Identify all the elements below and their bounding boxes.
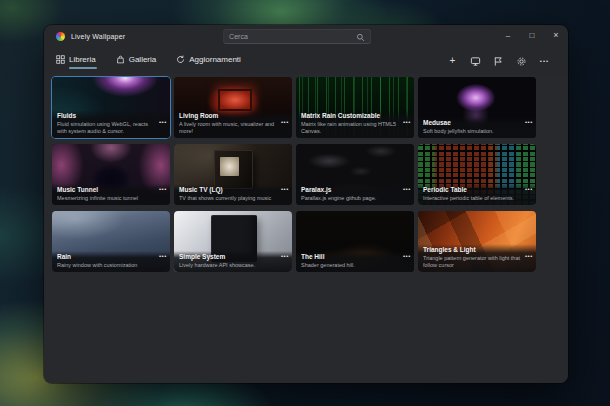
card-menu-button[interactable]: ••• [403, 253, 411, 259]
wallpaper-title: The Hill [301, 253, 399, 262]
more-options-button[interactable]: ••• [537, 54, 552, 69]
wallpaper-description: A lively room with music, visualizer and… [179, 121, 277, 135]
wallpaper-title: Simple System [179, 253, 277, 262]
add-wallpaper-button[interactable]: + [445, 54, 460, 69]
wallpaper-card-rain[interactable]: Rain Rainy window with customization ••• [52, 211, 170, 272]
card-overlay: Music Tunnel Mesmerizing infinite music … [52, 184, 170, 205]
wallpaper-title: Periodic Table [423, 186, 521, 195]
card-menu-button[interactable]: ••• [281, 186, 289, 192]
wallpaper-title: Rain [57, 253, 155, 262]
card-menu-button[interactable]: ••• [281, 119, 289, 125]
wallpaper-description: Triangle pattern generator with light th… [423, 255, 521, 269]
card-overlay: The Hill Shader generated hill. [296, 251, 414, 272]
wallpaper-description: Shader generated hill. [301, 262, 399, 269]
app-logo-icon [56, 32, 65, 41]
wallpaper-card-living-room[interactable]: Living Room A lively room with music, vi… [174, 77, 292, 138]
card-menu-button[interactable]: ••• [403, 186, 411, 192]
wallpaper-card-triangles-light[interactable]: Triangles & Light Triangle pattern gener… [418, 211, 536, 272]
card-menu-button[interactable]: ••• [525, 119, 533, 125]
wallpaper-card-simple-system[interactable]: Simple System Lively hardware API showca… [174, 211, 292, 272]
tab-label: Aggiornamenti [189, 55, 241, 64]
screen-layout-button[interactable] [468, 54, 483, 69]
wallpaper-description: Parallax.js engine github page. [301, 195, 399, 202]
wallpaper-card-matrix-rain[interactable]: Matrix Rain Customizable Matrix like rai… [296, 77, 414, 138]
minimize-button[interactable]: – [496, 25, 520, 46]
app-title: Lively Wallpaper [71, 33, 125, 40]
library-content[interactable]: Fluids Fluid simulation using WebGL, rea… [44, 74, 568, 383]
card-overlay: Paralax.js Parallax.js engine github pag… [296, 184, 414, 205]
card-overlay: Music TV (LQ) TV that shows currently pl… [174, 184, 292, 205]
wallpaper-card-paralax-js[interactable]: Paralax.js Parallax.js engine github pag… [296, 144, 414, 205]
close-button[interactable]: × [544, 25, 568, 46]
lively-wallpaper-window: Lively Wallpaper – □ × Libreria [44, 25, 568, 383]
report-flag-button[interactable] [491, 54, 506, 69]
search-icon [356, 28, 365, 46]
maximize-button[interactable]: □ [520, 25, 544, 46]
wallpaper-title: Music Tunnel [57, 186, 155, 195]
card-menu-button[interactable]: ••• [525, 253, 533, 259]
window-controls: – □ × [496, 25, 568, 46]
card-overlay: Periodic Table Interactive periodic tabl… [418, 184, 536, 205]
tab-aggiornamenti[interactable]: Aggiornamenti [176, 51, 243, 71]
wallpaper-card-music-tv[interactable]: Music TV (LQ) TV that shows currently pl… [174, 144, 292, 205]
search-input[interactable] [229, 33, 356, 40]
library-grid-icon [56, 55, 65, 64]
wallpaper-title: Paralax.js [301, 186, 399, 195]
wallpaper-title: Living Room [179, 112, 277, 121]
card-overlay: Living Room A lively room with music, vi… [174, 110, 292, 138]
card-menu-button[interactable]: ••• [525, 186, 533, 192]
card-menu-button[interactable]: ••• [159, 119, 167, 125]
wallpaper-description: Matrix like rain animation using HTML5 C… [301, 121, 399, 135]
tab-galleria[interactable]: Galleria [116, 51, 159, 71]
card-menu-button[interactable]: ••• [159, 186, 167, 192]
titlebar[interactable]: Lively Wallpaper – □ × [44, 25, 568, 48]
card-overlay: Matrix Rain Customizable Matrix like rai… [296, 110, 414, 138]
wallpaper-title: Music TV (LQ) [179, 186, 277, 195]
wallpaper-grid: Fluids Fluid simulation using WebGL, rea… [52, 77, 560, 272]
wallpaper-card-medusae[interactable]: Medusae Soft body jellyfish simulation. … [418, 77, 536, 138]
card-overlay: Medusae Soft body jellyfish simulation. [418, 117, 536, 138]
navigation-bar: Libreria Galleria Aggiornamenti + [44, 48, 568, 74]
wallpaper-description: Fluid simulation using WebGL, reacts wit… [57, 121, 155, 135]
toolbar: + ••• [445, 54, 552, 69]
wallpaper-description: Rainy window with customization [57, 262, 155, 269]
wallpaper-description: Lively hardware API showcase. [179, 262, 277, 269]
gallery-bag-icon [116, 55, 125, 64]
card-overlay: Fluids Fluid simulation using WebGL, rea… [52, 110, 170, 138]
card-overlay: Simple System Lively hardware API showca… [174, 251, 292, 272]
tab-label: Galleria [129, 55, 157, 64]
wallpaper-description: TV that shows currently playing music [179, 195, 277, 202]
wallpaper-description: Interactive periodic table of elements. [423, 195, 521, 202]
card-menu-button[interactable]: ••• [403, 119, 411, 125]
settings-gear-icon[interactable] [514, 54, 529, 69]
card-menu-button[interactable]: ••• [281, 253, 289, 259]
wallpaper-description: Soft body jellyfish simulation. [423, 128, 521, 135]
wallpaper-title: Fluids [57, 112, 155, 121]
wallpaper-card-fluids[interactable]: Fluids Fluid simulation using WebGL, rea… [52, 77, 170, 138]
search-box[interactable] [223, 29, 371, 44]
card-overlay: Triangles & Light Triangle pattern gener… [418, 244, 536, 272]
wallpaper-card-music-tunnel[interactable]: Music Tunnel Mesmerizing infinite music … [52, 144, 170, 205]
wallpaper-title: Matrix Rain Customizable [301, 112, 399, 121]
updates-sync-icon [176, 55, 185, 64]
wallpaper-description: Mesmerizing infinite music tunnel [57, 195, 155, 202]
wallpaper-card-the-hill[interactable]: The Hill Shader generated hill. ••• [296, 211, 414, 272]
wallpaper-title: Triangles & Light [423, 246, 521, 255]
wallpaper-title: Medusae [423, 119, 521, 128]
tab-label: Libreria [69, 55, 96, 64]
tab-libreria[interactable]: Libreria [56, 51, 98, 71]
wallpaper-card-periodic-table[interactable]: Periodic Table Interactive periodic tabl… [418, 144, 536, 205]
card-menu-button[interactable]: ••• [159, 253, 167, 259]
card-overlay: Rain Rainy window with customization [52, 251, 170, 272]
